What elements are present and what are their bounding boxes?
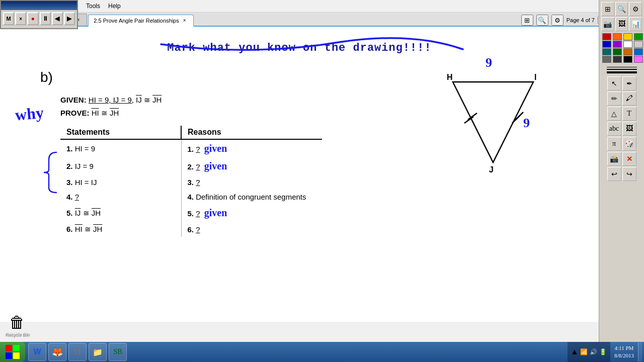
shapes-tool[interactable]: △ xyxy=(607,107,621,121)
reason-5: 5. ? given xyxy=(181,204,322,222)
color-red[interactable] xyxy=(602,33,611,40)
dice-tool[interactable]: 🎲 xyxy=(622,137,636,151)
statement-5: 5. IJ ≅ JH xyxy=(60,204,181,222)
triangle-diagram: H I J 9 9 xyxy=(438,72,538,213)
highlighter-tool[interactable]: 🖍 xyxy=(622,92,636,106)
reason-3: 3. ? xyxy=(181,175,322,190)
color-green[interactable] xyxy=(634,33,643,40)
toolbar-icon-2[interactable]: 🔍 xyxy=(615,2,628,16)
color-teal[interactable] xyxy=(602,48,611,55)
reasons-header: Reasons xyxy=(181,126,322,139)
record-rewind-button[interactable]: ◀ xyxy=(52,12,63,25)
taskbar-firefox-icon[interactable]: 🦊 xyxy=(48,343,66,361)
toolbar-icon-3[interactable]: ⚙ xyxy=(629,2,642,16)
main-window: Tools Help 2.4 Prove Statements ab* × 2.… xyxy=(0,0,644,342)
proof-table: Statements Reasons 1. HI = 9 1. ? xyxy=(60,126,322,237)
toolbar-icon-1[interactable]: ⊞ xyxy=(601,2,614,16)
abc-tool[interactable]: abc xyxy=(607,122,621,136)
line-medium[interactable] xyxy=(607,69,637,70)
undo-tool[interactable]: ↩ xyxy=(607,167,621,181)
clock[interactable]: 4:11 PM 8/8/2013 xyxy=(610,344,638,360)
draw-tools-row6: 📸 ✕ xyxy=(601,152,642,166)
color-darkgray[interactable] xyxy=(613,56,622,63)
page-number: Page 4 of 7 xyxy=(567,17,595,23)
reason-1: 1. ? given xyxy=(181,139,322,157)
right-toolbar: ⊞ 🔍 ⚙ 📷 🖼 📊 xyxy=(599,0,644,342)
pi-tool[interactable]: π xyxy=(607,137,621,151)
volume-icon[interactable]: 🔊 xyxy=(590,348,598,356)
color-pink[interactable] xyxy=(634,56,643,63)
color-white[interactable] xyxy=(623,41,632,48)
color-lightgray[interactable] xyxy=(634,41,643,48)
toolbar-icon-cam2[interactable]: 🖼 xyxy=(615,17,628,31)
color-black[interactable] xyxy=(623,56,632,63)
record-close-button[interactable]: × xyxy=(15,12,26,25)
color-yellow[interactable] xyxy=(623,33,632,40)
record-pause-button[interactable]: ⏸ xyxy=(40,12,51,25)
pen-tool[interactable]: ✒ xyxy=(622,76,636,90)
image-tool[interactable]: 🖼 xyxy=(622,122,636,136)
header-annotation-area: Mark what you know on the drawing!!!! xyxy=(20,42,579,54)
statement-3: 3. HI = IJ xyxy=(60,175,181,190)
nav-search-button[interactable]: 🔍 xyxy=(536,15,548,26)
record-play-button[interactable]: ▶ xyxy=(64,12,75,25)
start-button[interactable] xyxy=(0,342,25,362)
nav-grid-button[interactable]: ⊞ xyxy=(521,15,533,26)
line-thin[interactable] xyxy=(607,67,637,67)
recycle-bin[interactable]: 🗑 Recycle Bin xyxy=(5,313,29,337)
color-brown[interactable] xyxy=(623,48,632,55)
color-blue[interactable] xyxy=(602,41,611,48)
battery-icon[interactable]: 🔋 xyxy=(599,348,607,356)
taskbar-word-icon[interactable]: W xyxy=(28,343,46,361)
taskbar-explorer-icon[interactable]: 📁 xyxy=(89,343,107,361)
statement-4: 4. ? xyxy=(60,190,181,204)
menu-tools[interactable]: Tools xyxy=(82,2,104,11)
network-icon[interactable]: 📶 xyxy=(580,348,588,356)
draw-tools-row1: ↖ ✒ xyxy=(601,76,642,90)
record-buttons-row: M × ● ⏸ ◀ ▶ xyxy=(1,10,77,27)
redo-tool[interactable]: ↪ xyxy=(622,167,636,181)
reason-2: 2. ? given xyxy=(181,157,322,175)
record-m-button[interactable]: M xyxy=(3,12,14,25)
tab-2-close[interactable]: × xyxy=(181,17,188,24)
why-annotation: why xyxy=(14,104,44,125)
statement-1: 1. HI = 9 xyxy=(60,139,181,157)
color-purple[interactable] xyxy=(613,41,622,48)
color-orange[interactable] xyxy=(613,33,622,40)
tab-2[interactable]: 2.5 Prove Angle Pair Relationships × xyxy=(88,15,193,27)
color-gray[interactable] xyxy=(602,56,611,63)
eraser-tool[interactable]: ✕ xyxy=(622,152,636,166)
statement-6: 6. HI ≅ JH xyxy=(60,222,181,237)
text-tool[interactable]: T xyxy=(622,107,636,121)
toolbar-icon-cam3[interactable]: 📊 xyxy=(629,17,642,31)
show-desktop-button[interactable] xyxy=(638,342,642,361)
toolbar-top-icons: ⊞ 🔍 ⚙ xyxy=(601,2,642,16)
system-tray: ▲ 📶 🔊 🔋 xyxy=(568,342,610,362)
taskbar-smartboard-icon[interactable]: SB xyxy=(109,343,127,361)
record-title-bar xyxy=(1,1,77,10)
table-row: 6. HI ≅ JH 6. ? xyxy=(60,222,322,237)
taskbar-outlook-icon[interactable]: O xyxy=(68,343,87,361)
page-content: Mark what you know on the drawing!!!! wh… xyxy=(0,27,599,322)
table-row: 5. IJ ≅ JH 5. ? given xyxy=(60,204,322,222)
menu-help[interactable]: Help xyxy=(104,2,125,11)
record-record-button[interactable]: ● xyxy=(27,12,38,25)
header-annotation-text: Mark what you know on the drawing!!!! xyxy=(167,42,431,54)
color-medblue[interactable] xyxy=(634,48,643,55)
marker-tool[interactable]: ✏ xyxy=(607,92,621,106)
nav-settings-button[interactable]: ⚙ xyxy=(551,15,564,26)
cursor-tool[interactable]: ↖ xyxy=(607,76,621,90)
toolbar-row-2: 📷 🖼 📊 xyxy=(601,17,642,31)
brace-annotation xyxy=(41,150,61,190)
tray-icon-1: ▲ xyxy=(571,348,579,356)
taskbar-right: ▲ 📶 🔊 🔋 4:11 PM 8/8/2013 xyxy=(568,342,644,362)
line-thick[interactable] xyxy=(607,71,637,73)
table-row: 4. ? 4. Definition of congruent segments xyxy=(60,190,322,204)
triangle-label-J: J xyxy=(489,165,494,174)
tab-2-label: 2.5 Prove Angle Pair Relationships xyxy=(94,18,179,24)
camera-tool[interactable]: 📸 xyxy=(607,152,621,166)
toolbar-icon-cam1[interactable]: 📷 xyxy=(601,17,614,31)
triangle-label-9-top: 9 xyxy=(486,55,492,70)
color-darkgreen[interactable] xyxy=(613,48,622,55)
record-toolbar: M × ● ⏸ ◀ ▶ xyxy=(0,0,78,29)
